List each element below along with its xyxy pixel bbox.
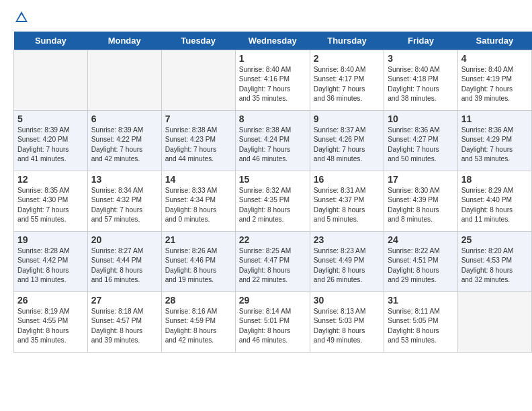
sunset-text: Sunset: 4:16 PM [239,75,290,83]
daylight-minutes-text: and 42 minutes. [165,336,214,344]
day-cell-19: 19Sunrise: 8:28 AMSunset: 4:42 PMDayligh… [14,232,88,292]
day-cell-17: 17Sunrise: 8:30 AMSunset: 4:39 PMDayligh… [384,171,458,232]
sunset-text: Sunset: 4:35 PM [239,196,290,203]
daylight-minutes-text: and 50 minutes. [388,155,437,163]
daylight-text: Daylight: 7 hours [239,146,290,153]
day-number: 21 [165,234,232,245]
day-number: 15 [239,174,306,185]
daylight-text: Daylight: 7 hours [17,206,69,214]
daylight-text: Daylight: 8 hours [388,267,439,274]
sunset-text: Sunset: 5:05 PM [388,317,438,324]
day-number: 8 [239,113,306,124]
day-info: Sunrise: 8:13 AMSunset: 5:03 PMDaylight:… [314,307,380,345]
daylight-text: Daylight: 8 hours [314,206,365,214]
day-info: Sunrise: 8:14 AMSunset: 5:01 PMDaylight:… [239,307,306,345]
daylight-minutes-text: and 35 minutes. [17,336,66,344]
page-header [0,0,532,32]
sunset-text: Sunset: 4:40 PM [461,196,512,203]
day-info: Sunrise: 8:20 AMSunset: 4:53 PMDaylight:… [461,246,528,285]
daylight-text: Daylight: 7 hours [461,85,513,93]
day-number: 28 [165,295,232,306]
sunrise-text: Sunrise: 8:23 AM [314,247,366,255]
sunrise-text: Sunrise: 8:39 AM [17,126,70,134]
sunrise-text: Sunrise: 8:25 AM [239,247,292,255]
sunset-text: Sunset: 4:53 PM [461,257,512,264]
daylight-text: Daylight: 8 hours [165,327,216,334]
day-info: Sunrise: 8:25 AMSunset: 4:47 PMDaylight:… [239,246,306,285]
day-number: 10 [388,113,454,124]
day-number: 23 [314,234,380,245]
day-number: 4 [461,53,528,64]
week-row-3: 12Sunrise: 8:35 AMSunset: 4:30 PMDayligh… [14,171,532,232]
day-cell-27: 27Sunrise: 8:18 AMSunset: 4:57 PMDayligh… [87,292,161,353]
sunrise-text: Sunrise: 8:20 AM [461,247,514,255]
daylight-text: Daylight: 8 hours [388,327,439,334]
daylight-text: Daylight: 8 hours [17,327,69,334]
day-cell-4: 4Sunrise: 8:40 AMSunset: 4:19 PMDaylight… [457,50,531,111]
day-info: Sunrise: 8:36 AMSunset: 4:27 PMDaylight:… [388,126,454,164]
day-cell-16: 16Sunrise: 8:31 AMSunset: 4:37 PMDayligh… [310,171,384,232]
day-cell-10: 10Sunrise: 8:36 AMSunset: 4:27 PMDayligh… [384,111,458,171]
day-info: Sunrise: 8:34 AMSunset: 4:32 PMDaylight:… [91,186,158,224]
daylight-minutes-text: and 57 minutes. [91,216,140,223]
daylight-minutes-text: and 42 minutes. [91,155,140,163]
day-cell-24: 24Sunrise: 8:22 AMSunset: 4:51 PMDayligh… [384,232,458,292]
logo-icon [14,10,29,25]
sunrise-text: Sunrise: 8:36 AM [388,126,440,134]
day-number: 11 [461,113,528,124]
sunset-text: Sunset: 5:01 PM [239,317,290,324]
daylight-minutes-text: and 48 minutes. [314,155,363,163]
daylight-minutes-text: and 46 minutes. [239,336,288,344]
day-number: 19 [17,234,84,245]
day-cell-12: 12Sunrise: 8:35 AMSunset: 4:30 PMDayligh… [14,171,88,232]
daylight-text: Daylight: 8 hours [314,267,365,274]
day-header-friday: Friday [384,32,458,50]
day-cell-21: 21Sunrise: 8:26 AMSunset: 4:46 PMDayligh… [161,232,235,292]
daylight-text: Daylight: 8 hours [17,267,69,274]
day-cell-31: 31Sunrise: 8:11 AMSunset: 5:05 PMDayligh… [384,292,458,353]
logo [13,10,30,25]
daylight-text: Daylight: 7 hours [314,85,365,93]
day-cell-11: 11Sunrise: 8:36 AMSunset: 4:29 PMDayligh… [457,111,531,171]
day-cell-29: 29Sunrise: 8:14 AMSunset: 5:01 PMDayligh… [235,292,310,353]
day-cell-7: 7Sunrise: 8:38 AMSunset: 4:23 PMDaylight… [161,111,235,171]
day-cell-8: 8Sunrise: 8:38 AMSunset: 4:24 PMDaylight… [235,111,310,171]
day-number: 3 [388,53,454,64]
day-cell-1: 1Sunrise: 8:40 AMSunset: 4:16 PMDaylight… [235,50,310,111]
day-info: Sunrise: 8:40 AMSunset: 4:16 PMDaylight:… [239,65,306,103]
daylight-text: Daylight: 7 hours [17,146,69,153]
daylight-minutes-text: and 8 minutes. [388,216,433,223]
day-info: Sunrise: 8:28 AMSunset: 4:42 PMDaylight:… [17,246,84,285]
sunset-text: Sunset: 4:23 PM [165,136,216,143]
day-header-sunday: Sunday [14,32,88,50]
sunrise-text: Sunrise: 8:31 AM [314,187,366,194]
day-info: Sunrise: 8:27 AMSunset: 4:44 PMDaylight:… [91,246,158,285]
sunset-text: Sunset: 4:26 PM [314,136,364,143]
empty-cell [457,292,531,353]
day-number: 2 [314,53,380,64]
day-cell-30: 30Sunrise: 8:13 AMSunset: 5:03 PMDayligh… [310,292,384,353]
daylight-minutes-text: and 39 minutes. [461,95,511,102]
sunset-text: Sunset: 4:51 PM [388,257,438,264]
daylight-text: Daylight: 7 hours [314,146,365,153]
sunset-text: Sunset: 4:57 PM [91,317,142,324]
week-row-1: 1Sunrise: 8:40 AMSunset: 4:16 PMDaylight… [14,50,532,111]
day-info: Sunrise: 8:33 AMSunset: 4:34 PMDaylight:… [165,186,232,224]
sunrise-text: Sunrise: 8:34 AM [91,187,144,194]
sunrise-text: Sunrise: 8:19 AM [17,308,70,315]
day-info: Sunrise: 8:11 AMSunset: 5:05 PMDaylight:… [388,307,454,345]
daylight-minutes-text: and 55 minutes. [17,216,66,223]
daylight-text: Daylight: 7 hours [461,146,513,153]
daylight-minutes-text: and 29 minutes. [388,276,437,283]
empty-cell [87,50,161,111]
daylight-text: Daylight: 7 hours [165,146,216,153]
daylight-minutes-text: and 19 minutes. [165,276,214,283]
daylight-minutes-text: and 49 minutes. [314,336,363,344]
empty-cell [161,50,235,111]
sunset-text: Sunset: 5:03 PM [314,317,364,324]
day-cell-9: 9Sunrise: 8:37 AMSunset: 4:26 PMDaylight… [310,111,384,171]
day-info: Sunrise: 8:37 AMSunset: 4:26 PMDaylight:… [314,126,380,164]
daylight-minutes-text: and 41 minutes. [17,155,66,163]
sunset-text: Sunset: 4:42 PM [17,257,68,264]
sunset-text: Sunset: 4:34 PM [165,196,216,203]
